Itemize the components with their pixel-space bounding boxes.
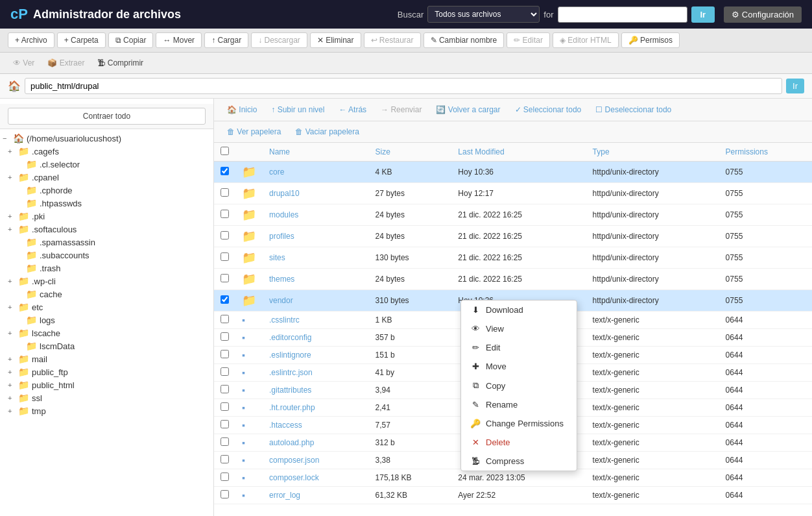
th-modified[interactable]: Last Modified [451,143,586,162]
copy-btn[interactable]: ⧉ Copiar [108,32,154,48]
file-name-link[interactable]: .htaccess [269,421,302,430]
file-name-link[interactable]: sites [269,253,285,262]
ctx-move[interactable]: ✚Move [461,357,577,376]
new-file-btn[interactable]: + Archivo [8,32,54,48]
row-checkbox[interactable] [221,167,229,175]
row-checkbox[interactable] [221,420,229,428]
th-size[interactable]: Size [369,143,452,162]
restore-btn[interactable]: ↩ Restaurar [364,32,421,48]
tree-item-spamassassin[interactable]: 📁 .spamassassin [0,236,213,249]
search-input[interactable] [558,6,687,23]
file-name-link[interactable]: composer.lock [269,473,319,482]
permissions-btn[interactable]: 🔑 Permisos [621,32,680,48]
compress-btn[interactable]: 🗜 Comprimir [92,56,149,70]
tree-item-lscmdata[interactable]: 📁 lscmData [0,339,213,352]
file-name-link[interactable]: core [269,167,284,177]
edit-btn[interactable]: ✏ Editar [507,32,550,48]
file-name-link[interactable]: drupal10 [269,189,300,198]
vaciar-papelera-btn[interactable]: 🗑 Vaciar papelera [290,125,364,139]
html-editor-btn[interactable]: ◈ Editor HTML [553,32,619,48]
row-checkbox-cell[interactable] [214,290,235,312]
table-row[interactable]: 📁 sites 130 bytes 21 dic. 2022 16:25 htt… [214,247,812,269]
row-name-cell[interactable]: .gitattributes [263,382,369,399]
row-name-cell[interactable]: autoload.php [263,434,369,452]
file-name-link[interactable]: modules [269,210,298,219]
new-folder-btn[interactable]: + Carpeta [57,32,106,48]
ver-papelera-btn[interactable]: 🗑 Ver papelera [222,125,286,139]
tree-item-htpasswds[interactable]: 📁 .htpasswds [0,197,213,210]
row-checkbox[interactable] [221,210,229,218]
tree-item-pki[interactable]: + 📁 .pki [0,210,213,223]
row-name-cell[interactable]: drupal10 [263,183,369,204]
table-row[interactable]: 📁 core 4 KB Hoy 10:36 httpd/unix-directo… [214,162,812,183]
row-checkbox[interactable] [221,231,229,240]
file-name-link[interactable]: .eslintrc.json [269,368,313,377]
row-name-cell[interactable]: error_log [263,487,369,504]
row-name-cell[interactable]: themes [263,269,369,290]
path-input[interactable] [25,78,782,94]
search-type-select[interactable]: Todos sus archivos Solo nombres de archi… [427,6,540,23]
row-checkbox[interactable] [221,188,229,197]
ctx-copy[interactable]: ⧉Copy [461,376,577,395]
file-name-link[interactable]: .editorconfig [269,333,311,342]
row-checkbox[interactable] [221,367,229,376]
move-btn[interactable]: ↔ Mover [156,32,202,48]
row-checkbox-cell[interactable] [214,269,235,290]
row-checkbox-cell[interactable] [214,204,235,226]
file-name-link[interactable]: autoload.php [269,438,314,447]
row-checkbox[interactable] [221,332,229,341]
th-permissions[interactable]: Permissions [719,143,812,162]
row-checkbox[interactable] [221,315,229,323]
config-button[interactable]: ⚙ Configuración [724,6,802,23]
file-name-link[interactable]: .eslintignore [269,350,311,360]
row-checkbox-cell[interactable] [214,329,235,347]
ctx-delete[interactable]: ✕Delete [461,433,577,452]
row-checkbox[interactable] [221,295,229,304]
tree-item-wp-cli[interactable]: + 📁 .wp-cli [0,275,213,288]
row-name-cell[interactable]: .eslintrc.json [263,364,369,382]
row-name-cell[interactable]: .ht.router.php [263,399,369,417]
tree-item-ssl[interactable]: + 📁 ssl [0,391,213,404]
view-btn[interactable]: 👁 Ver [8,56,40,70]
table-row[interactable]: ▪ error_log 61,32 KB Ayer 22:52 text/x-g… [214,487,812,504]
tree-item-logs[interactable]: 📁 logs [0,313,213,326]
row-checkbox[interactable] [221,252,229,261]
tree-item-subaccounts[interactable]: 📁 .subaccounts [0,249,213,262]
tree-root[interactable]: − 🏠 (/home/usuariolucushost) [0,132,213,145]
table-row[interactable]: 📁 profiles 24 bytes 21 dic. 2022 16:25 h… [214,226,812,247]
file-name-link[interactable]: .ht.router.php [269,403,315,412]
path-go-button[interactable]: Ir [786,79,804,93]
file-name-link[interactable]: themes [269,275,294,284]
row-name-cell[interactable]: composer.lock [263,469,369,487]
tree-item-cl-selector[interactable]: 📁 .cl.selector [0,158,213,171]
rename-btn[interactable]: ✎ Cambiar nombre [424,32,505,48]
row-checkbox[interactable] [221,385,229,393]
tree-item-etc[interactable]: + 📁 etc [0,301,213,313]
tree-item-cphorde[interactable]: 📁 .cphorde [0,184,213,197]
row-checkbox-cell[interactable] [214,226,235,247]
search-go-button[interactable]: Ir [691,6,715,23]
row-name-cell[interactable]: composer.json [263,452,369,469]
row-checkbox-cell[interactable] [214,247,235,269]
file-name-link[interactable]: .csslintrc [269,315,300,325]
inicio-btn[interactable]: 🏠 Inicio [222,103,262,117]
row-checkbox[interactable] [221,455,229,463]
row-checkbox-cell[interactable] [214,347,235,364]
row-checkbox-cell[interactable] [214,452,235,469]
tree-item-public-html[interactable]: + 📁 public_html [0,378,213,391]
row-checkbox-cell[interactable] [214,469,235,487]
row-checkbox-cell[interactable] [214,434,235,452]
ctx-rename[interactable]: ✎Rename [461,395,577,414]
upload-btn[interactable]: ↑ Cargar [204,32,248,48]
ctx-permissions[interactable]: 🔑Change Permissions [461,414,577,433]
tree-item-cpanel[interactable]: + 📁 .cpanel [0,171,213,184]
tree-item-cache[interactable]: 📁 cache [0,288,213,301]
th-type[interactable]: Type [586,143,719,162]
tree-item-tmp[interactable]: + 📁 tmp [0,404,213,417]
tree-item-softaculous[interactable]: + 📁 .softaculous [0,223,213,236]
row-name-cell[interactable]: .csslintrc [263,312,369,329]
row-name-cell[interactable]: modules [263,204,369,226]
ctx-download[interactable]: ⬇Download [461,301,577,319]
table-row[interactable]: 📁 themes 24 bytes 21 dic. 2022 16:25 htt… [214,269,812,290]
table-row[interactable]: 📁 drupal10 27 bytes Hoy 12:17 httpd/unix… [214,183,812,204]
